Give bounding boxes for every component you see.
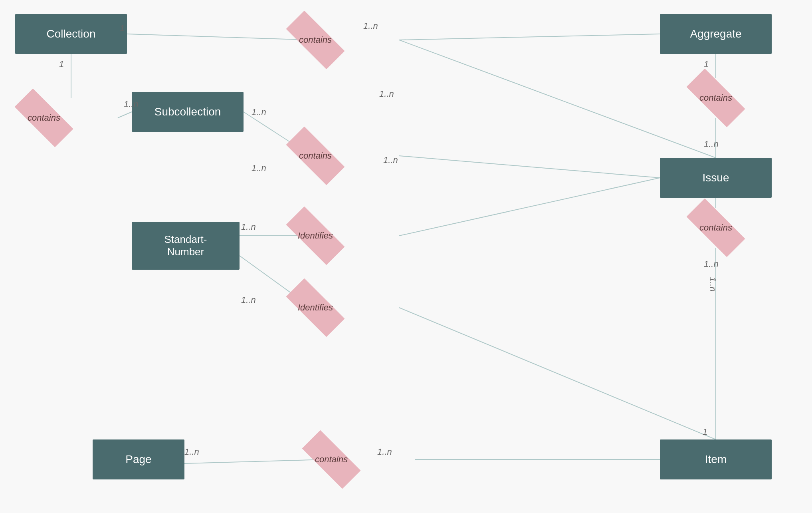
card-vert-12: 1..n — [707, 277, 718, 292]
diamond-contains5: contains — [672, 208, 760, 248]
diamond-identifies1: Identifies — [271, 216, 359, 256]
card-17: 1..n — [377, 447, 392, 457]
card-12: 1..n — [704, 259, 719, 269]
card-8: 1..n — [383, 155, 398, 165]
diamond-contains2: contains — [0, 98, 88, 138]
card-1: 1 — [120, 23, 125, 34]
diamond-identifies2: Identifies — [271, 288, 359, 328]
entity-collection: Collection — [15, 14, 127, 54]
card-15: 1 — [703, 427, 707, 437]
diagram-svg — [0, 0, 812, 513]
card-5: 1..n — [252, 107, 266, 117]
card-16: 1..n — [184, 447, 199, 457]
card-7: 1..n — [252, 163, 266, 173]
diamond-contains3: contains — [271, 136, 359, 176]
entity-standart-number: Standart- Number — [132, 222, 240, 270]
diamond-contains1: contains — [271, 20, 359, 60]
card-9: 1 — [704, 59, 709, 70]
diamond-contains4: contains — [672, 78, 760, 118]
entity-page: Page — [93, 439, 184, 479]
entity-subcollection: Subcollection — [132, 92, 244, 132]
card-4: 1..n — [124, 99, 139, 109]
svg-line-3 — [118, 112, 132, 118]
card-13: 1..n — [241, 222, 256, 232]
svg-line-12 — [399, 178, 660, 236]
card-14: 1..n — [241, 295, 256, 305]
svg-line-14 — [399, 308, 716, 439]
svg-line-6 — [399, 156, 660, 178]
svg-line-5 — [399, 40, 716, 158]
card-10: 1..n — [704, 139, 719, 149]
entity-item: Item — [660, 439, 772, 479]
diamond-contains6: contains — [287, 439, 375, 479]
card-3: 1 — [59, 59, 64, 70]
card-2: 1..n — [363, 21, 378, 31]
card-6: 1..n — [379, 89, 394, 99]
entity-issue: Issue — [660, 158, 772, 198]
svg-line-1 — [399, 34, 660, 40]
diagram-container: Collection Aggregate Subcollection Issue… — [0, 0, 812, 513]
entity-aggregate: Aggregate — [660, 14, 772, 54]
